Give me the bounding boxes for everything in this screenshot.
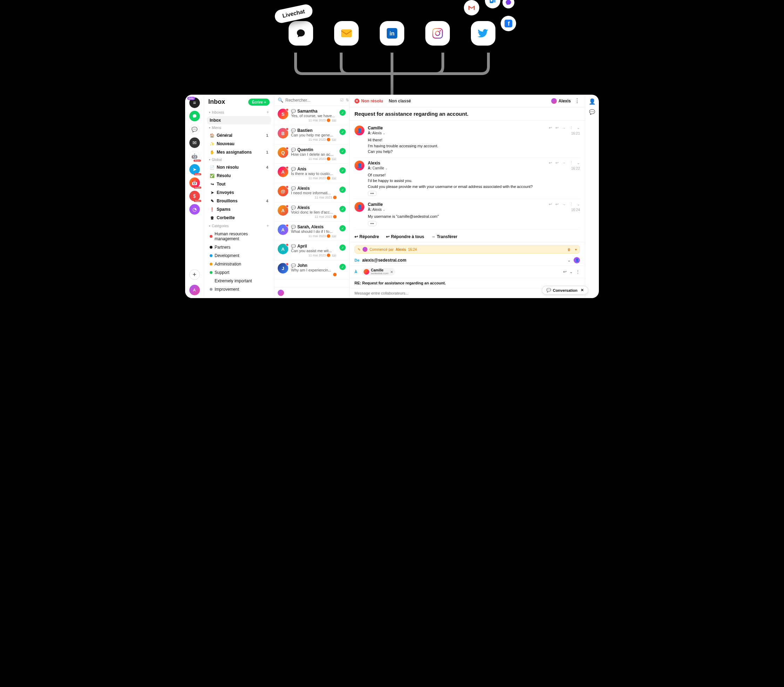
category-0[interactable]: Human resources management xyxy=(207,230,271,243)
rail-mail[interactable]: ✉ xyxy=(189,138,200,148)
channel-linkedin[interactable]: in xyxy=(380,21,404,46)
forward-button[interactable]: → Transférer xyxy=(431,234,458,239)
collapse-icon[interactable]: ⌄ xyxy=(577,202,580,207)
more-icon[interactable]: ⋮ xyxy=(569,161,573,165)
reply-icon[interactable]: ↩ xyxy=(563,270,567,274)
write-button[interactable]: Écrire+ xyxy=(248,99,270,105)
channel-gmail[interactable] xyxy=(464,0,479,15)
conversation-item[interactable]: S 💬Samantha Yes, of course, we have... 1… xyxy=(274,106,349,125)
assignee[interactable]: Alexis xyxy=(551,98,571,104)
collapse-icon[interactable]: ⌄ xyxy=(577,125,580,130)
conversation-item[interactable]: J 💬John Why am I experiencin... ✓ xyxy=(274,260,349,279)
rail-add[interactable]: + xyxy=(189,270,200,280)
forward-icon[interactable]: → xyxy=(562,126,566,130)
status-unclassified[interactable]: Non classé xyxy=(389,99,411,104)
folder-global-4[interactable]: ✎Brouillons4 xyxy=(207,197,271,205)
section-inboxes[interactable]: ▾Inboxes+ xyxy=(207,108,271,116)
from-dropdown[interactable]: ⌄ xyxy=(567,258,571,263)
conversation-item[interactable]: A 💬Alexis Voici donc le lien d'acc... 11… xyxy=(274,202,349,222)
search-input[interactable] xyxy=(285,98,338,103)
section-categories[interactable]: ▾Catégories+ xyxy=(207,222,271,230)
conversation-item[interactable]: A 💬April Can you assist me wit... 11 mai… xyxy=(274,241,349,260)
conversation-item[interactable]: A 💬Sarah, Alexis What should I do if I f… xyxy=(274,222,349,241)
channel-instagram[interactable] xyxy=(425,21,450,46)
category-4[interactable]: Support xyxy=(207,268,271,277)
folder-miens-1[interactable]: ✨Nouveau xyxy=(207,140,271,148)
channel-mail[interactable] xyxy=(334,21,359,46)
user-icon[interactable]: 👤 xyxy=(589,98,596,105)
check-icon: ✓ xyxy=(339,129,346,135)
category-2[interactable]: Development xyxy=(207,251,271,260)
more-icon[interactable]: ⋮ xyxy=(569,125,573,130)
conversation-item[interactable]: Q 💬Quentin How can I delete an ac... 11 … xyxy=(274,145,349,164)
more-icon[interactable]: ⋮ xyxy=(576,270,580,274)
expand-icon[interactable]: ••• xyxy=(368,191,376,196)
check-icon: ✓ xyxy=(339,245,346,251)
rail-msg[interactable]: 💬 xyxy=(189,124,200,135)
rail-logo[interactable]: ≡Beta xyxy=(189,97,200,108)
folder-global-1[interactable]: ✅Résolu xyxy=(207,171,271,180)
banner-collapse[interactable]: ▾ xyxy=(575,248,577,251)
folder-global-2[interactable]: ↪Tout xyxy=(207,180,271,188)
folder-inbox[interactable]: Inbox xyxy=(207,116,271,125)
reply-icon[interactable]: ↩ xyxy=(549,202,552,207)
sort-icon[interactable]: ⇅ xyxy=(346,98,349,102)
folder-miens-0[interactable]: 🏠Général1 xyxy=(207,131,271,140)
rail-send[interactable]: ➤Soon xyxy=(189,164,200,175)
folder-footer-0[interactable]: 🔗Connecter un canal xyxy=(207,296,271,298)
rail-chat[interactable] xyxy=(189,111,200,122)
menu-icon[interactable]: ⋮ xyxy=(574,97,580,104)
folder-global-0[interactable]: 📄Non résolu4 xyxy=(207,163,271,171)
reply-button[interactable]: ↩ Répondre xyxy=(355,234,379,239)
more-icon[interactable]: ⋮ xyxy=(569,202,573,207)
reply-icon[interactable]: ↩ xyxy=(549,125,552,130)
close-icon[interactable]: ✕ xyxy=(581,288,584,293)
folder-global-6[interactable]: 🗑Corbeille xyxy=(207,214,271,222)
channel-facebook[interactable]: f xyxy=(501,16,516,31)
category-1[interactable]: Partners xyxy=(207,243,271,251)
from-avatar[interactable]: 👤 xyxy=(574,257,580,263)
section-global[interactable]: ▾Global xyxy=(207,156,271,163)
category-5[interactable]: Extremely important xyxy=(207,277,271,285)
conversation-item[interactable]: @ 💬Alexis I need more informati... 11 ma… xyxy=(274,183,349,202)
dropdown-icon[interactable]: ⌄ xyxy=(569,270,573,274)
forward-icon[interactable]: → xyxy=(562,202,566,207)
folder-global-5[interactable]: ❗Spams xyxy=(207,205,271,214)
to-chip[interactable]: Camille sedestral.com ✕ xyxy=(362,268,395,276)
category-3[interactable]: Administration xyxy=(207,260,271,268)
forward-icon[interactable]: → xyxy=(562,161,566,165)
folder-miens-2[interactable]: ✋Mes assignations1 xyxy=(207,148,271,156)
reply-all-icon[interactable]: ↩ xyxy=(556,125,559,130)
rail-bot[interactable]: 🤖Soon xyxy=(189,151,200,161)
section-miens[interactable]: ▾Miens xyxy=(207,125,271,131)
select-icon[interactable]: ☑ xyxy=(340,98,344,102)
chip-remove[interactable]: ✕ xyxy=(390,270,393,274)
chat-icon[interactable]: 💬 xyxy=(589,109,595,115)
expand-icon[interactable]: ••• xyxy=(368,221,376,226)
facebook-icon: f xyxy=(505,20,512,27)
conversation-pill[interactable]: 💬 Conversation ✕ xyxy=(542,286,588,294)
channel-outlook[interactable] xyxy=(485,0,500,8)
rail-cal[interactable]: 📅Soon xyxy=(189,178,200,188)
reply-all-button[interactable]: ↩ Répondre à tous xyxy=(386,234,424,239)
reply-all-icon[interactable]: ↩ xyxy=(556,202,559,207)
reply-all-icon[interactable]: ↩ xyxy=(556,161,559,165)
conversation-item[interactable]: A 💬Anis Is there a way to custo... 11 ma… xyxy=(274,164,349,183)
chat-icon xyxy=(296,28,306,39)
rail-stats[interactable]: ◔ xyxy=(189,204,200,215)
category-6[interactable]: Improvement xyxy=(207,285,271,294)
svg-text:in: in xyxy=(390,30,394,36)
banner-delete[interactable]: 🗑 xyxy=(567,248,571,251)
channel-chat[interactable]: Livechat xyxy=(289,21,313,46)
channel-twitter[interactable]: f xyxy=(471,21,495,46)
rail-money[interactable]: $Soon xyxy=(189,191,200,201)
folder-global-3[interactable]: ➤Envoyés xyxy=(207,188,271,197)
collapse-icon[interactable]: ⌄ xyxy=(577,161,580,165)
rail-avatar[interactable]: A xyxy=(189,285,200,295)
status-unresolved[interactable]: ✕Non résolu xyxy=(355,99,383,104)
reply-icon[interactable]: ↩ xyxy=(549,161,552,165)
check-icon: ✓ xyxy=(339,264,346,270)
conversation-item[interactable]: B 💬Bastien Can you help me gene... 11 ma… xyxy=(274,125,349,145)
channel-messenger[interactable] xyxy=(503,0,514,8)
compose-from: De alexis@sedestral.com ⌄ 👤 xyxy=(350,255,585,266)
